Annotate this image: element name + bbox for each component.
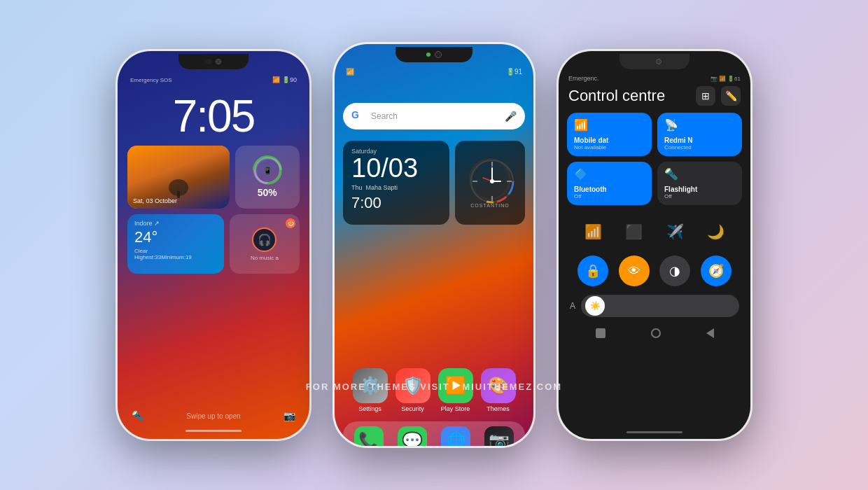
app-grid: ⚙️ Settings 🛡️ Security ▶️ Play Store 🎨 … xyxy=(335,368,533,418)
clock-widget: COSTANTINO xyxy=(455,141,525,225)
bluetooth-toggle[interactable]: 🔷 Bluetooth Off xyxy=(567,162,652,205)
p3-home-bar xyxy=(626,431,682,433)
flashlight-icon: 🔦 xyxy=(664,167,735,181)
notch-2 xyxy=(335,44,533,65)
notch-1 xyxy=(118,51,309,72)
p1-widget-row-2: Indore ↗ 24° Clear Highest:33Minimum:19 … xyxy=(127,214,300,274)
p2-status-left: 📶 xyxy=(346,68,354,76)
dock-messages[interactable]: 💬 xyxy=(398,426,427,447)
p1-battery-icon: 📶 🔋90 xyxy=(272,76,297,83)
battery-ring: 📱 xyxy=(253,156,281,184)
p1-time: 7:05 xyxy=(127,90,300,142)
p3-emergency-text: Emergenc. xyxy=(568,75,599,82)
music-power-icon: ⏻ xyxy=(286,218,295,228)
mobile-data-sub: Not available xyxy=(574,144,645,150)
bluetooth-label: Bluetooth xyxy=(574,186,645,193)
notch-3 xyxy=(559,51,750,72)
google-logo: G xyxy=(351,109,365,123)
photo-widget: Sat, 03 October xyxy=(127,146,230,209)
control-centre-header: Control centre ⊞ ✏️ xyxy=(559,83,750,113)
watermark-text: FOR MORE THEMES VISIT - MIUITHEMEZ.COM xyxy=(306,382,562,392)
p2-status-right: 🔋91 xyxy=(506,68,522,76)
mobile-data-toggle[interactable]: 📶 Mobile dat Not available xyxy=(567,113,652,156)
edit-grid-icon[interactable]: ⊞ xyxy=(696,86,715,106)
wifi-label: Redmi N xyxy=(664,136,735,144)
swipe-text: Swipe up to open xyxy=(144,412,284,420)
bluetooth-sub: Off xyxy=(574,193,645,200)
toggle-row-2: 🔷 Bluetooth Off 🔦 Flashlight Off xyxy=(559,162,750,211)
music-headphone-icon xyxy=(252,227,276,252)
flashlight-toggle[interactable]: 🔦 Flashlight Off xyxy=(657,162,742,205)
dock-chrome[interactable]: 🌐 xyxy=(441,426,470,447)
svg-point-12 xyxy=(490,179,494,183)
date-widget: Saturday 10/03 Thu Maha Sapti 7:00 xyxy=(343,141,449,225)
date-info: Thu Maha Sapti xyxy=(351,184,441,191)
music-widget: ⏻ No music a xyxy=(230,214,300,274)
weather-widget: Indore ↗ 24° Clear Highest:33Minimum:19 xyxy=(127,214,224,274)
moon-icon[interactable]: 🌙 xyxy=(701,216,732,247)
p1-emergency: Emergency SOS xyxy=(130,77,172,83)
date-number: 10/03 xyxy=(351,155,441,181)
weather-city: Indore ↗ xyxy=(134,220,217,227)
app-dock: 📞 💬 🌐 📷 xyxy=(343,421,525,446)
microphone-icon[interactable]: 🎤 xyxy=(505,111,517,122)
flashlight-label: Flashlight xyxy=(664,186,735,193)
control-centre-title: Control centre xyxy=(568,87,665,105)
edit-pencil-icon[interactable]: ✏️ xyxy=(721,86,741,106)
p3-nav-recent[interactable] xyxy=(596,328,606,338)
brightness-control: A ☀️ xyxy=(559,289,750,323)
photo-date: Sat, 03 October xyxy=(133,197,224,204)
p3-nav-home[interactable] xyxy=(651,328,661,338)
battery-percent: 50% xyxy=(258,187,277,198)
wifi-shortcut-icon[interactable]: 📶 xyxy=(578,216,608,247)
p1-widget-row-1: Sat, 03 October 📱 50% xyxy=(127,146,300,209)
svg-point-1 xyxy=(169,179,188,196)
contrast-action[interactable]: ◑ xyxy=(659,255,690,286)
mobile-data-icon: 📶 xyxy=(574,118,645,132)
phone-1: Emergency SOS 📶 🔋90 7:05 Sat, 03 October xyxy=(115,49,312,441)
eye-action[interactable]: 👁 xyxy=(619,255,650,286)
p1-home-bar xyxy=(186,430,241,432)
analog-clock xyxy=(469,158,511,200)
brightness-slider[interactable]: ☀️ xyxy=(581,295,739,317)
search-placeholder: Search xyxy=(371,111,499,121)
p2-widget-area: Saturday 10/03 Thu Maha Sapti 7:00 xyxy=(335,135,533,230)
mobile-data-label: Mobile dat xyxy=(574,136,645,144)
lock-action[interactable]: 🔒 xyxy=(578,255,608,286)
p3-action-row: 🔒 👁 ◑ 🧭 xyxy=(559,253,750,289)
p3-icon-grid: 📶 ⬛ ✈️ 🌙 xyxy=(559,211,750,253)
p3-nav xyxy=(559,323,750,344)
flashlight-icon[interactable]: 🔦 xyxy=(132,410,144,421)
airplane-icon[interactable]: ✈️ xyxy=(659,216,690,247)
dock-phone[interactable]: 📞 xyxy=(354,426,384,447)
phone-3: Emergenc. 📷 📶 🔋61 Control centre ⊞ ✏️ 📶 xyxy=(556,49,752,441)
wifi-sub: Connected xyxy=(664,144,735,150)
p1-swipe-area: 🔦 Swipe up to open 📷 xyxy=(118,410,309,421)
bluetooth-icon: 🔷 xyxy=(574,167,645,181)
brightness-label: A xyxy=(570,301,575,311)
brightness-thumb: ☀️ xyxy=(585,296,605,316)
location-action[interactable]: 🧭 xyxy=(701,255,732,286)
date-time: 7:00 xyxy=(351,194,441,212)
weather-desc: Clear Highest:33Minimum:19 xyxy=(134,248,217,260)
dock-camera[interactable]: 📷 xyxy=(484,426,514,447)
nfc-icon[interactable]: ⬛ xyxy=(619,216,650,247)
camera-icon[interactable]: 📷 xyxy=(284,410,295,421)
battery-widget: 📱 50% xyxy=(235,146,300,209)
p3-nav-back[interactable] xyxy=(706,328,714,338)
toggle-row-1: 📶 Mobile dat Not available 📡 Redmi N Con… xyxy=(559,113,750,162)
google-search-bar[interactable]: G Search 🎤 xyxy=(343,103,525,130)
weather-temp: 24° xyxy=(134,228,217,246)
p3-status-icons: 📷 📶 🔋61 xyxy=(710,76,741,82)
music-label: No music a xyxy=(251,255,279,261)
flashlight-sub: Off xyxy=(664,193,735,200)
wifi-icon: 📡 xyxy=(664,118,735,132)
wifi-toggle[interactable]: 📡 Redmi N Connected xyxy=(657,113,742,156)
